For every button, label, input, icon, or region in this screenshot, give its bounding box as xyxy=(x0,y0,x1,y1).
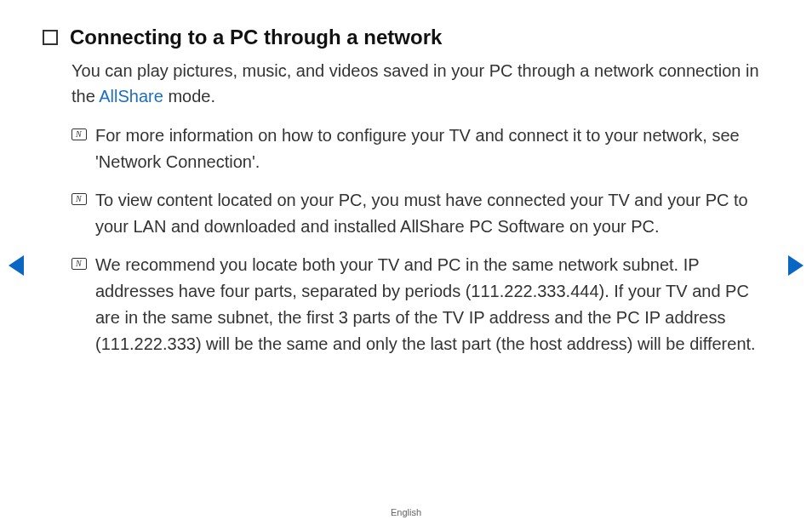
note-icon xyxy=(71,258,87,270)
note-icon xyxy=(71,128,87,140)
intro-text-2: mode. xyxy=(163,87,215,106)
nav-previous-icon[interactable] xyxy=(9,255,24,276)
footer-language: English xyxy=(0,507,812,517)
intro-paragraph: You can play pictures, music, and videos… xyxy=(71,58,769,109)
note-icon xyxy=(71,193,87,205)
note-item: We recommend you locate both your TV and… xyxy=(71,252,769,357)
note-item: To view content located on your PC, you … xyxy=(71,187,769,240)
note-text-1: For more information on how to configure… xyxy=(95,123,769,175)
note-item: For more information on how to configure… xyxy=(71,123,769,175)
heading-row: Connecting to a PC through a network xyxy=(43,26,769,49)
note-text-2: To view content located on your PC, you … xyxy=(95,187,769,240)
nav-next-icon[interactable] xyxy=(788,255,803,276)
allshare-link[interactable]: AllShare xyxy=(99,87,163,106)
bullet-square-icon xyxy=(43,30,58,45)
page-heading: Connecting to a PC through a network xyxy=(70,26,442,49)
note-text-3: We recommend you locate both your TV and… xyxy=(95,252,769,357)
